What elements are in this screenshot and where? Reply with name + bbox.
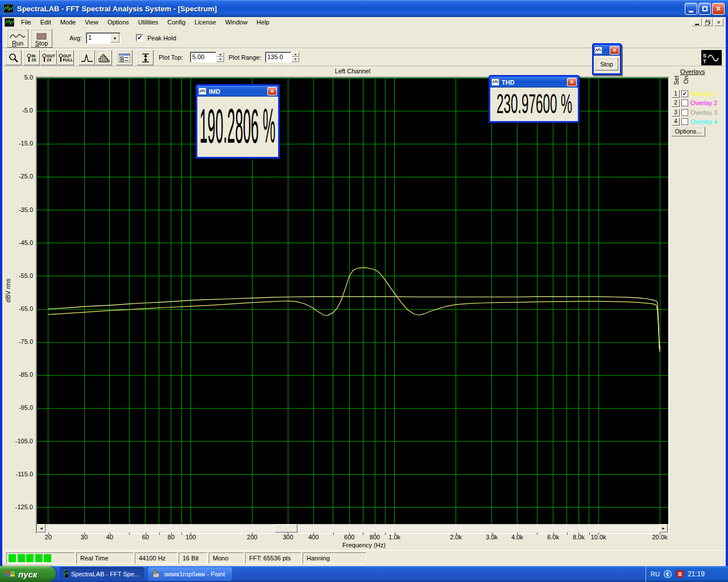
channel-title: Left Channel [296, 68, 410, 74]
stop-mini-icon [594, 47, 602, 54]
status-channels: Mono [209, 552, 244, 564]
minimize-button[interactable] [685, 3, 697, 15]
mdi-close-button[interactable]: × [714, 18, 723, 26]
spectralab-task-icon [64, 570, 68, 578]
overlay-set-button-4[interactable]: 4 [672, 118, 680, 126]
plot-range-spin-up[interactable]: ▲ [292, 52, 299, 57]
plot-top-spin-up[interactable]: ▲ [217, 52, 224, 57]
overlay-row-3: 3Overlay 3 [672, 108, 717, 117]
overlays-on-label: On [682, 76, 689, 84]
plot-range-spin-down[interactable]: ▼ [292, 57, 299, 62]
overlay-checkbox-1[interactable]: ✓ [681, 90, 688, 97]
scroll-right-button[interactable]: ► [659, 524, 668, 533]
avg-combobox[interactable]: 1 ▼ [86, 32, 121, 44]
overlay-checkbox-3[interactable] [681, 109, 688, 116]
x-axis-tick [537, 533, 537, 535]
overlay-label-3: Overlay 3 [690, 109, 717, 116]
imd-title: IMD [209, 88, 267, 95]
menu-edit[interactable]: Edit [36, 18, 56, 27]
mdi-minimize-button[interactable] [692, 18, 702, 26]
taskbar-task-1[interactable]: SpectraLAB - FFT Spe... [60, 567, 144, 581]
zoom-in-2x-button[interactable]: IN2X [23, 50, 40, 65]
progress-block [18, 554, 25, 562]
overlay-set-button-3[interactable]: 3 [672, 109, 680, 117]
y-axis-label: -15.0 [1, 140, 33, 147]
overlay-set-button-1[interactable]: 1 [672, 90, 680, 98]
vertical-range-button[interactable] [137, 50, 154, 65]
imd-close-button[interactable]: × [267, 87, 277, 95]
window-border-left [0, 17, 2, 566]
stop-button[interactable]: Stop [31, 29, 52, 48]
x-axis-label: 300 [283, 534, 293, 541]
plot-range-label: Plot Range: [229, 54, 261, 61]
close-button[interactable]: × [712, 3, 725, 15]
menu-bar: FileEditModeViewOptionsUtilitiesConfigLi… [2, 17, 726, 27]
menu-view[interactable]: View [80, 18, 103, 27]
vertical-range-icon [140, 53, 151, 63]
x-axis-label: 200 [247, 534, 257, 541]
x-axis-title: Frequency (Hz) [318, 542, 410, 548]
tray-chevron-icon[interactable] [663, 569, 672, 579]
run-waveform-icon [10, 32, 26, 40]
maximize-button[interactable] [698, 3, 711, 15]
peak-hold-checkbox[interactable]: ✓ [136, 34, 143, 41]
menu-window[interactable]: Window [221, 18, 252, 27]
plot-top-spin-down[interactable]: ▼ [217, 57, 224, 62]
status-bit-depth: 16 Bit [179, 552, 208, 564]
overlay-checkbox-2[interactable] [681, 99, 688, 106]
menu-config[interactable]: Config [163, 18, 190, 27]
histogram-display-button[interactable] [96, 50, 112, 65]
zoom-full-icon [59, 53, 63, 63]
y-axis-label: -105.0 [1, 438, 33, 444]
plot-range-input[interactable]: 135.0 [265, 52, 291, 63]
svg-text:S: S [703, 53, 706, 59]
avg-dropdown-arrow[interactable]: ▼ [110, 34, 119, 43]
scroll-left-button[interactable]: ◄ [37, 524, 46, 533]
display-options-button[interactable] [116, 50, 133, 65]
zoom-tool-button[interactable] [5, 50, 22, 65]
x-axis-label: 10.0k [591, 534, 606, 541]
security-shield-icon[interactable] [676, 569, 684, 579]
plot-top-spinner[interactable]: ▲ ▼ [217, 52, 224, 62]
start-button[interactable]: пуск [0, 566, 56, 582]
clock[interactable]: 21:19 [688, 570, 705, 578]
stop-mini-button[interactable]: Stop [595, 58, 618, 70]
plot-top-input[interactable]: 5.00 [190, 52, 216, 63]
menu-options[interactable]: Options [103, 18, 134, 27]
mdi-restore-button[interactable] [703, 18, 713, 26]
thd-value: 230.97600 % [497, 88, 572, 119]
zoom-out-2x-button[interactable]: OUT2X [40, 50, 57, 65]
x-axis-label: 100 [185, 534, 196, 541]
plot-range-spinner[interactable]: ▲ ▼ [292, 52, 299, 62]
overlay-checkbox-4[interactable] [681, 118, 688, 125]
overlay-row-4: 4Overlay 4 [672, 118, 717, 126]
menu-file[interactable]: File [16, 18, 36, 27]
run-button[interactable]: Run [7, 29, 28, 48]
progress-block [9, 554, 16, 562]
overlay-set-button-2[interactable]: 2 [672, 99, 680, 107]
taskbar-task-2[interactable]: эквик1горбики - Paint [148, 567, 232, 581]
x-axis-label: 600 [344, 534, 354, 541]
scrollbar-thumb[interactable] [275, 524, 297, 533]
overlays-options-button[interactable]: Options... [671, 127, 705, 136]
thd-close-button[interactable]: × [567, 78, 577, 86]
menu-help[interactable]: Help [252, 18, 274, 27]
stop-square-icon [36, 33, 47, 40]
menu-license[interactable]: License [190, 18, 221, 27]
svg-text:T: T [703, 59, 706, 64]
x-axis-label: 80 [168, 534, 175, 541]
menu-mode[interactable]: Mode [56, 18, 81, 27]
zoom-out-full-button[interactable]: OUTFULL [57, 50, 74, 65]
x-axis-label: 400 [308, 534, 318, 541]
spectrum-plot[interactable] [37, 78, 668, 524]
start-label: пуск [18, 569, 37, 579]
menu-utilities[interactable]: Utilities [134, 18, 163, 27]
stop-mini-close-button[interactable]: × [610, 46, 619, 55]
peak-display-button[interactable] [78, 50, 95, 65]
y-axis-label: -95.0 [1, 404, 33, 411]
overlay-label-1: Overlay 1 [690, 90, 717, 97]
windows-flag-icon [5, 569, 15, 579]
plot-scrollbar[interactable]: ◄ ► [37, 524, 668, 533]
language-indicator[interactable]: RU [651, 571, 660, 577]
signal-generator-button[interactable]: S T [701, 50, 722, 65]
